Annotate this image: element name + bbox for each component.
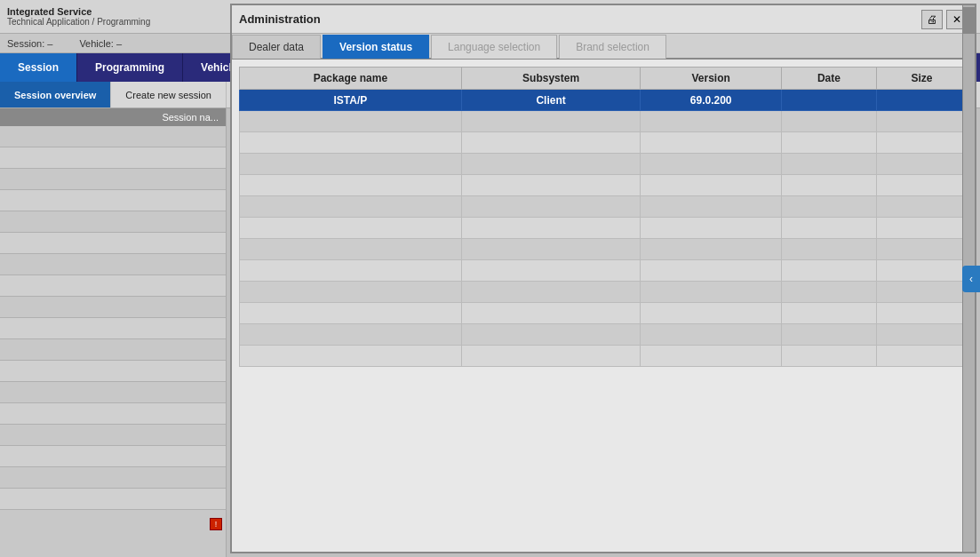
scrollbar-thumb[interactable] <box>963 7 975 34</box>
col-package-name: Package name <box>240 68 462 90</box>
table-row <box>240 132 968 154</box>
tab-language-selection[interactable]: Language selection <box>431 35 557 59</box>
table-row <box>240 175 968 196</box>
table-row <box>240 303 968 324</box>
tab-session[interactable]: Session <box>0 53 77 82</box>
table-row <box>240 324 968 346</box>
table-row <box>240 154 968 175</box>
list-item[interactable] <box>0 467 226 489</box>
list-item[interactable] <box>0 275 226 297</box>
dialog-title-icons: 🖨 ✕ <box>921 10 968 29</box>
list-item[interactable] <box>0 211 226 233</box>
list-item[interactable] <box>0 297 226 318</box>
table-row <box>240 260 968 282</box>
cell-package-name: ISTA/P <box>240 90 462 111</box>
list-item[interactable] <box>0 403 226 425</box>
col-subsystem: Subsystem <box>461 68 641 90</box>
list-item[interactable] <box>0 190 226 211</box>
table-row <box>240 218 968 239</box>
list-item[interactable] <box>0 233 226 254</box>
dialog-titlebar: Administration 🖨 ✕ <box>232 5 975 34</box>
cell-subsystem: Client <box>461 90 641 111</box>
tab-dealer-data[interactable]: Dealer data <box>232 35 321 59</box>
table-row <box>240 196 968 218</box>
session-name-label: Session na... <box>162 112 219 123</box>
table-row <box>240 282 968 303</box>
session-name-header: Session na... <box>0 108 226 126</box>
cell-size <box>876 90 967 111</box>
list-item[interactable] <box>0 361 226 382</box>
table-row[interactable]: ISTA/P Client 69.0.200 <box>240 90 968 111</box>
tab-version-status[interactable]: Version status <box>323 35 429 59</box>
session-list <box>0 126 226 510</box>
list-item[interactable] <box>0 169 226 190</box>
vehicle-label: Vehicle: – <box>79 38 122 49</box>
dialog-content: Package name Subsystem Version Date Size… <box>232 60 975 552</box>
side-arrow-button[interactable]: ‹ <box>962 266 980 292</box>
col-size: Size <box>876 68 967 90</box>
tab-brand-selection[interactable]: Brand selection <box>559 35 666 59</box>
dialog-print-button[interactable]: 🖨 <box>921 10 943 29</box>
list-item[interactable] <box>0 318 226 339</box>
table-row <box>240 346 968 367</box>
cell-version: 69.0.200 <box>641 90 782 111</box>
list-item[interactable] <box>0 147 226 169</box>
administration-dialog: Administration 🖨 ✕ Dealer data Version s… <box>230 4 976 553</box>
dialog-title: Administration <box>239 12 921 26</box>
col-version: Version <box>641 68 782 90</box>
left-panel: Session na... ! <box>0 108 227 557</box>
list-item[interactable] <box>0 339 226 361</box>
table-row <box>240 111 968 132</box>
list-item[interactable] <box>0 489 226 510</box>
table-header-row: Package name Subsystem Version Date Size <box>240 68 968 90</box>
subnav-create-session[interactable]: Create new session <box>111 82 227 107</box>
list-item[interactable] <box>0 126 226 147</box>
subnav-session-overview[interactable]: Session overview <box>0 82 111 107</box>
cell-date <box>781 90 876 111</box>
dialog-overlay: Administration 🖨 ✕ Dealer data Version s… <box>227 0 980 557</box>
list-item[interactable] <box>0 382 226 403</box>
table-row <box>240 239 968 260</box>
version-table: Package name Subsystem Version Date Size… <box>239 67 968 367</box>
col-date: Date <box>781 68 876 90</box>
dialog-tabs: Dealer data Version status Language sele… <box>232 34 975 60</box>
main-area: Session na... ! A <box>0 108 980 557</box>
list-item[interactable] <box>0 425 226 446</box>
small-red-icon: ! <box>210 518 222 530</box>
list-item[interactable] <box>0 446 226 467</box>
tab-programming[interactable]: Programming <box>77 53 183 82</box>
session-label: Session: – <box>7 38 52 49</box>
list-item[interactable] <box>0 254 226 275</box>
